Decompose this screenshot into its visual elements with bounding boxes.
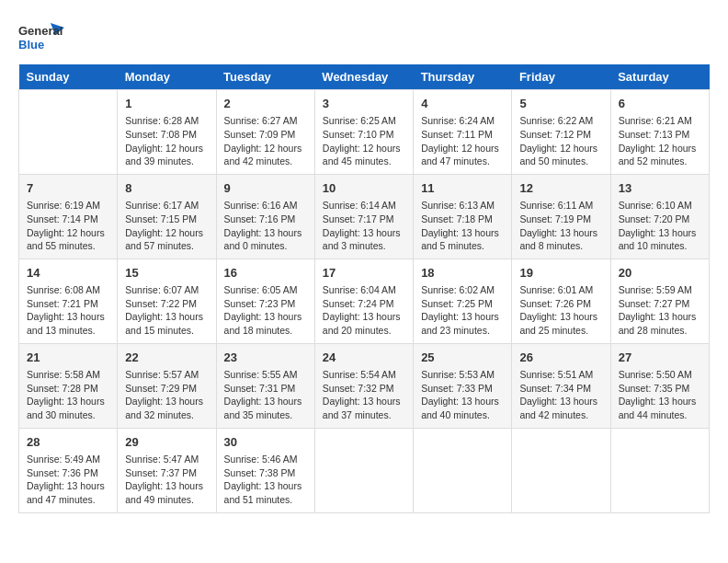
calendar-cell bbox=[414, 428, 512, 512]
calendar-cell: 17Sunrise: 6:04 AM Sunset: 7:24 PM Dayli… bbox=[314, 259, 413, 343]
day-number: 25 bbox=[421, 350, 504, 366]
cell-details: Sunrise: 5:53 AM Sunset: 7:33 PM Dayligh… bbox=[421, 368, 504, 422]
day-number: 9 bbox=[224, 180, 307, 197]
cell-details: Sunrise: 5:55 AM Sunset: 7:31 PM Dayligh… bbox=[224, 368, 307, 422]
day-number: 11 bbox=[421, 180, 504, 197]
calendar-cell bbox=[610, 428, 709, 512]
day-number: 3 bbox=[323, 96, 405, 112]
calendar-table: SundayMondayTuesdayWednesdayThursdayFrid… bbox=[18, 64, 710, 513]
day-number: 15 bbox=[125, 265, 208, 282]
cell-details: Sunrise: 6:28 AM Sunset: 7:08 PM Dayligh… bbox=[125, 114, 208, 168]
day-number: 28 bbox=[27, 434, 109, 451]
calendar-cell: 22Sunrise: 5:57 AM Sunset: 7:29 PM Dayli… bbox=[118, 343, 216, 428]
calendar-cell: 14Sunrise: 6:08 AM Sunset: 7:21 PM Dayli… bbox=[19, 259, 118, 343]
calendar-cell: 2Sunrise: 6:27 AM Sunset: 7:09 PM Daylig… bbox=[216, 90, 314, 175]
cell-details: Sunrise: 6:07 AM Sunset: 7:22 PM Dayligh… bbox=[125, 283, 208, 338]
day-number: 17 bbox=[323, 265, 405, 282]
day-number: 2 bbox=[224, 96, 307, 112]
week-row-0: 1Sunrise: 6:28 AM Sunset: 7:08 PM Daylig… bbox=[19, 90, 710, 175]
calendar-cell: 27Sunrise: 5:50 AM Sunset: 7:35 PM Dayli… bbox=[610, 343, 709, 428]
page-header: GeneralBlue bbox=[18, 18, 710, 55]
cell-details: Sunrise: 5:58 AM Sunset: 7:28 PM Dayligh… bbox=[27, 368, 109, 422]
calendar-cell bbox=[314, 428, 413, 512]
calendar-cell bbox=[19, 90, 118, 175]
logo-svg: GeneralBlue bbox=[18, 18, 64, 55]
days-row: SundayMondayTuesdayWednesdayThursdayFrid… bbox=[19, 64, 710, 90]
calendar-header: SundayMondayTuesdayWednesdayThursdayFrid… bbox=[19, 64, 710, 90]
cell-details: Sunrise: 6:10 AM Sunset: 7:20 PM Dayligh… bbox=[619, 199, 701, 253]
day-number: 7 bbox=[27, 180, 109, 197]
cell-details: Sunrise: 6:27 AM Sunset: 7:09 PM Dayligh… bbox=[224, 114, 307, 168]
calendar-cell: 9Sunrise: 6:16 AM Sunset: 7:16 PM Daylig… bbox=[216, 174, 314, 259]
day-number: 27 bbox=[619, 350, 701, 366]
day-number: 13 bbox=[619, 180, 701, 197]
cell-details: Sunrise: 5:51 AM Sunset: 7:34 PM Dayligh… bbox=[519, 368, 602, 422]
calendar-cell: 10Sunrise: 6:14 AM Sunset: 7:17 PM Dayli… bbox=[314, 174, 413, 259]
calendar-cell: 21Sunrise: 5:58 AM Sunset: 7:28 PM Dayli… bbox=[19, 343, 118, 428]
cell-details: Sunrise: 6:01 AM Sunset: 7:26 PM Dayligh… bbox=[519, 283, 602, 338]
day-number: 23 bbox=[224, 350, 307, 366]
day-header-tuesday: Tuesday bbox=[216, 64, 314, 90]
cell-details: Sunrise: 5:47 AM Sunset: 7:37 PM Dayligh… bbox=[125, 453, 208, 507]
week-row-4: 28Sunrise: 5:49 AM Sunset: 7:36 PM Dayli… bbox=[19, 428, 710, 512]
cell-details: Sunrise: 5:46 AM Sunset: 7:38 PM Dayligh… bbox=[224, 453, 307, 507]
day-number: 29 bbox=[125, 434, 208, 451]
cell-details: Sunrise: 6:13 AM Sunset: 7:18 PM Dayligh… bbox=[421, 199, 504, 253]
calendar-body: 1Sunrise: 6:28 AM Sunset: 7:08 PM Daylig… bbox=[19, 90, 710, 513]
day-header-sunday: Sunday bbox=[19, 64, 118, 90]
day-header-monday: Monday bbox=[118, 64, 216, 90]
day-header-friday: Friday bbox=[512, 64, 610, 90]
day-number: 21 bbox=[27, 350, 109, 366]
calendar-cell: 18Sunrise: 6:02 AM Sunset: 7:25 PM Dayli… bbox=[414, 259, 512, 343]
calendar-cell: 30Sunrise: 5:46 AM Sunset: 7:38 PM Dayli… bbox=[216, 428, 314, 512]
week-row-2: 14Sunrise: 6:08 AM Sunset: 7:21 PM Dayli… bbox=[19, 259, 710, 343]
cell-details: Sunrise: 6:02 AM Sunset: 7:25 PM Dayligh… bbox=[421, 283, 504, 338]
day-number: 8 bbox=[125, 180, 208, 197]
cell-details: Sunrise: 6:04 AM Sunset: 7:24 PM Dayligh… bbox=[323, 283, 405, 338]
day-header-saturday: Saturday bbox=[610, 64, 709, 90]
calendar-cell: 16Sunrise: 6:05 AM Sunset: 7:23 PM Dayli… bbox=[216, 259, 314, 343]
day-number: 1 bbox=[125, 96, 208, 112]
calendar-cell: 3Sunrise: 6:25 AM Sunset: 7:10 PM Daylig… bbox=[314, 90, 413, 175]
day-number: 4 bbox=[421, 96, 504, 112]
calendar-cell: 8Sunrise: 6:17 AM Sunset: 7:15 PM Daylig… bbox=[118, 174, 216, 259]
day-number: 18 bbox=[421, 265, 504, 282]
day-number: 5 bbox=[519, 96, 602, 112]
calendar-cell: 26Sunrise: 5:51 AM Sunset: 7:34 PM Dayli… bbox=[512, 343, 610, 428]
day-number: 22 bbox=[125, 350, 208, 366]
calendar-cell: 28Sunrise: 5:49 AM Sunset: 7:36 PM Dayli… bbox=[19, 428, 118, 512]
calendar-cell: 4Sunrise: 6:24 AM Sunset: 7:11 PM Daylig… bbox=[414, 90, 512, 175]
week-row-3: 21Sunrise: 5:58 AM Sunset: 7:28 PM Dayli… bbox=[19, 343, 710, 428]
calendar-cell: 11Sunrise: 6:13 AM Sunset: 7:18 PM Dayli… bbox=[414, 174, 512, 259]
calendar-cell: 7Sunrise: 6:19 AM Sunset: 7:14 PM Daylig… bbox=[19, 174, 118, 259]
calendar-cell: 5Sunrise: 6:22 AM Sunset: 7:12 PM Daylig… bbox=[512, 90, 610, 175]
cell-details: Sunrise: 5:57 AM Sunset: 7:29 PM Dayligh… bbox=[125, 368, 208, 422]
cell-details: Sunrise: 6:05 AM Sunset: 7:23 PM Dayligh… bbox=[224, 283, 307, 338]
calendar-cell: 24Sunrise: 5:54 AM Sunset: 7:32 PM Dayli… bbox=[314, 343, 413, 428]
cell-details: Sunrise: 6:08 AM Sunset: 7:21 PM Dayligh… bbox=[27, 283, 109, 338]
cell-details: Sunrise: 6:11 AM Sunset: 7:19 PM Dayligh… bbox=[519, 199, 602, 253]
day-number: 14 bbox=[27, 265, 109, 282]
svg-text:General: General bbox=[18, 24, 63, 38]
day-number: 24 bbox=[323, 350, 405, 366]
calendar-cell: 13Sunrise: 6:10 AM Sunset: 7:20 PM Dayli… bbox=[610, 174, 709, 259]
calendar-cell: 25Sunrise: 5:53 AM Sunset: 7:33 PM Dayli… bbox=[414, 343, 512, 428]
calendar-cell: 19Sunrise: 6:01 AM Sunset: 7:26 PM Dayli… bbox=[512, 259, 610, 343]
cell-details: Sunrise: 6:16 AM Sunset: 7:16 PM Dayligh… bbox=[224, 199, 307, 253]
day-number: 16 bbox=[224, 265, 307, 282]
calendar-cell bbox=[512, 428, 610, 512]
day-number: 26 bbox=[519, 350, 602, 366]
day-number: 30 bbox=[224, 434, 307, 451]
calendar-cell: 29Sunrise: 5:47 AM Sunset: 7:37 PM Dayli… bbox=[118, 428, 216, 512]
calendar-cell: 15Sunrise: 6:07 AM Sunset: 7:22 PM Dayli… bbox=[118, 259, 216, 343]
calendar-cell: 1Sunrise: 6:28 AM Sunset: 7:08 PM Daylig… bbox=[118, 90, 216, 175]
day-number: 6 bbox=[619, 96, 701, 112]
cell-details: Sunrise: 5:50 AM Sunset: 7:35 PM Dayligh… bbox=[619, 368, 701, 422]
day-number: 10 bbox=[323, 180, 405, 197]
day-number: 19 bbox=[519, 265, 602, 282]
calendar-cell: 12Sunrise: 6:11 AM Sunset: 7:19 PM Dayli… bbox=[512, 174, 610, 259]
cell-details: Sunrise: 6:17 AM Sunset: 7:15 PM Dayligh… bbox=[125, 199, 208, 253]
cell-details: Sunrise: 6:25 AM Sunset: 7:10 PM Dayligh… bbox=[323, 114, 405, 168]
cell-details: Sunrise: 6:21 AM Sunset: 7:13 PM Dayligh… bbox=[619, 114, 701, 168]
svg-text:Blue: Blue bbox=[18, 38, 44, 52]
